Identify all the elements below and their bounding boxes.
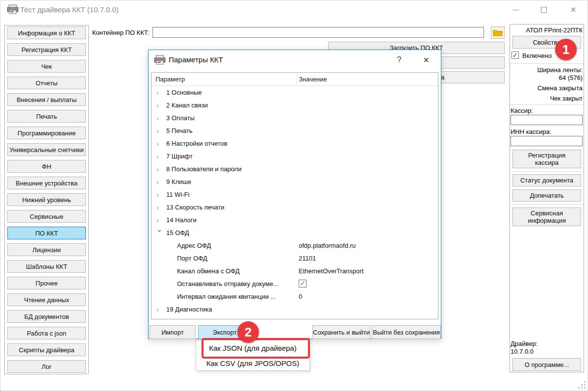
tree-label: 11 Wi-Fi: [166, 191, 189, 198]
chevron-right-icon[interactable]: [156, 216, 163, 224]
tree-row-stop-sending[interactable]: Останавливать отправку докуме...: [152, 278, 438, 290]
tree-row-klishe[interactable]: 9 Клише: [152, 176, 438, 188]
service-info-button[interactable]: Сервисная информация: [512, 208, 581, 226]
device-name: АТОЛ FPrint-22ПТК: [511, 26, 583, 34]
enabled-checkbox[interactable]: [511, 52, 519, 59]
tree-value[interactable]: 0: [299, 293, 302, 300]
sidebar-item-kkt-templates[interactable]: Шаблоны ККТ: [7, 260, 86, 273]
tree-row-polzovateli[interactable]: 8 Пользователи и пароли: [152, 163, 438, 176]
tree-label: 3 Оплаты: [166, 114, 195, 122]
sidebar-item-programming[interactable]: Программирование: [7, 127, 86, 139]
column-parameter: Параметр: [155, 76, 185, 83]
sidebar-item-other[interactable]: Прочее: [7, 277, 86, 289]
sidebar-item-kkt-software[interactable]: ПО ККТ: [7, 227, 86, 239]
exit-without-save-button[interactable]: Выйти без сохранения: [372, 325, 441, 339]
print-more-button[interactable]: Допечатать: [512, 189, 581, 202]
chevron-right-icon[interactable]: [156, 178, 163, 186]
browse-folder-button[interactable]: [491, 26, 505, 39]
sidebar-item-reports[interactable]: Отчеты: [7, 77, 86, 89]
tree-row-osnovnye[interactable]: 1 Основные: [152, 86, 438, 99]
annotation-badge-2: 2: [237, 321, 259, 343]
sidebar-item-kkt-registration[interactable]: Регистрация ККТ: [7, 43, 86, 56]
separator: [511, 171, 583, 172]
kkt-parameters-dialog: Параметры ККТ ? ✕ Параметр Значение 1 Ос…: [148, 50, 441, 339]
separator: [511, 204, 583, 205]
chevron-right-icon[interactable]: [156, 153, 163, 160]
help-button[interactable]: ?: [393, 54, 406, 66]
tree-row-kanal-svyazi[interactable]: 2 Канал связи: [152, 99, 438, 112]
about-button[interactable]: О программе...: [512, 358, 581, 371]
resize-grip-icon[interactable]: [578, 381, 586, 389]
sidebar-item-receipt[interactable]: Чек: [7, 60, 86, 73]
import-button[interactable]: Импорт: [150, 325, 196, 339]
tree-row-ofd-channel[interactable]: Канал обмена с ОФДEthernetOverTransport: [152, 265, 438, 278]
sidebar-item-kkt-info[interactable]: Информация о ККТ: [7, 26, 86, 39]
tree-row-wifi[interactable]: 11 Wi-Fi: [152, 188, 438, 201]
minimize-button[interactable]: [509, 4, 522, 15]
dialog-close-button[interactable]: ✕: [418, 54, 434, 66]
column-divider: [297, 74, 297, 84]
sidebar-item-external-devices[interactable]: Внешние устройства: [7, 177, 86, 189]
sidebar-item-cash-in-out[interactable]: Внесения / выплаты: [7, 93, 86, 106]
sidebar-item-licenses[interactable]: Лицензии: [7, 243, 86, 256]
maximize-button[interactable]: [537, 4, 550, 15]
sidebar-item-service[interactable]: Сервисные: [7, 210, 86, 223]
tree-label: 5 Печать: [166, 127, 192, 134]
sidebar-item-doc-db[interactable]: БД документов: [7, 310, 86, 323]
chevron-down-icon[interactable]: [156, 230, 164, 236]
tree-row-ofd-address[interactable]: Адрес ОФДofdp.platformaofd.ru: [152, 239, 438, 252]
register-cashier-button[interactable]: Регистрация кассира: [512, 150, 581, 168]
sidebar-item-universal-counters[interactable]: Универсальные счетчики: [7, 143, 86, 156]
folder-icon: [493, 29, 503, 37]
tree-label: Канал обмена с ОФД: [177, 267, 239, 275]
tree-row-shrift[interactable]: 7 Шрифт: [152, 150, 438, 163]
chevron-right-icon[interactable]: [156, 191, 163, 199]
document-status-button[interactable]: Статус документа: [512, 174, 581, 186]
app-window: Тест драйвера ККТ (10.7.0.0) ✕ Информаци…: [0, 0, 588, 391]
sidebar-item-read-data[interactable]: Чтение данных: [7, 293, 86, 306]
tree-value[interactable]: 21101: [299, 255, 316, 262]
tree-label: 6 Настройки отчетов: [166, 140, 228, 147]
separator: [511, 104, 583, 105]
container-input[interactable]: [153, 27, 484, 38]
tape-width-label: Ширина ленты:: [511, 66, 583, 74]
dialog-title: Параметры ККТ: [169, 55, 223, 64]
tree-row-ofd-port[interactable]: Порт ОФД21101: [152, 252, 438, 265]
chevron-right-icon[interactable]: [156, 140, 163, 148]
chevron-right-icon[interactable]: [156, 89, 163, 97]
tree-value[interactable]: ofdp.platformaofd.ru: [299, 242, 356, 249]
cashier-inn-input[interactable]: [511, 136, 583, 146]
cashier-input[interactable]: [511, 115, 583, 125]
chevron-right-icon[interactable]: [156, 114, 163, 122]
save-and-exit-button[interactable]: Сохранить и выйти: [312, 325, 370, 339]
tree-row-nastroyki-otchetov[interactable]: 6 Настройки отчетов: [152, 137, 438, 150]
checked-checkbox[interactable]: [299, 280, 307, 287]
cashier-label: Кассир:: [511, 107, 533, 114]
shift-status: Смена закрыта: [511, 84, 583, 92]
tree-row-skorost-pechati[interactable]: 13 Скорость печати: [152, 201, 438, 214]
tree-value[interactable]: EthernetOverTransport: [299, 267, 363, 275]
tree-label: 13 Скорость печати: [166, 204, 225, 211]
tree-label: 8 Пользователи и пароли: [166, 165, 241, 173]
tree-row-diagnostika[interactable]: 19 Диагностика: [152, 303, 438, 316]
sidebar-item-fn[interactable]: ФН: [7, 160, 86, 173]
sidebar-item-low-level[interactable]: Нижний уровень: [7, 193, 86, 206]
sidebar-item-log[interactable]: Лог: [7, 360, 86, 373]
sidebar-item-driver-scripts[interactable]: Скрипты драйвера: [7, 343, 86, 356]
chevron-right-icon[interactable]: [156, 204, 163, 211]
enabled-label: Включено: [522, 52, 552, 59]
tree-row-oplaty[interactable]: 3 Оплаты: [152, 112, 438, 125]
container-label: Контейнер ПО ККТ:: [92, 29, 150, 36]
tree-row-pechat[interactable]: 5 Печать: [152, 125, 438, 137]
chevron-right-icon[interactable]: [156, 127, 163, 135]
sidebar-item-json-work[interactable]: Работа с json: [7, 327, 86, 339]
chevron-right-icon[interactable]: [156, 165, 163, 173]
sidebar-item-print[interactable]: Печать: [7, 110, 86, 123]
tree-row-receipt-interval[interactable]: Интервал ожидания квитанции ...0: [152, 290, 438, 303]
chevron-right-icon[interactable]: [156, 306, 163, 313]
tree-row-nalogi[interactable]: 14 Налоги: [152, 214, 438, 227]
close-button[interactable]: ✕: [567, 4, 580, 15]
chevron-right-icon[interactable]: [156, 102, 163, 109]
tree-row-ofd[interactable]: 15 ОФД: [152, 227, 438, 239]
hidden-button-3-text: а: [441, 74, 444, 81]
